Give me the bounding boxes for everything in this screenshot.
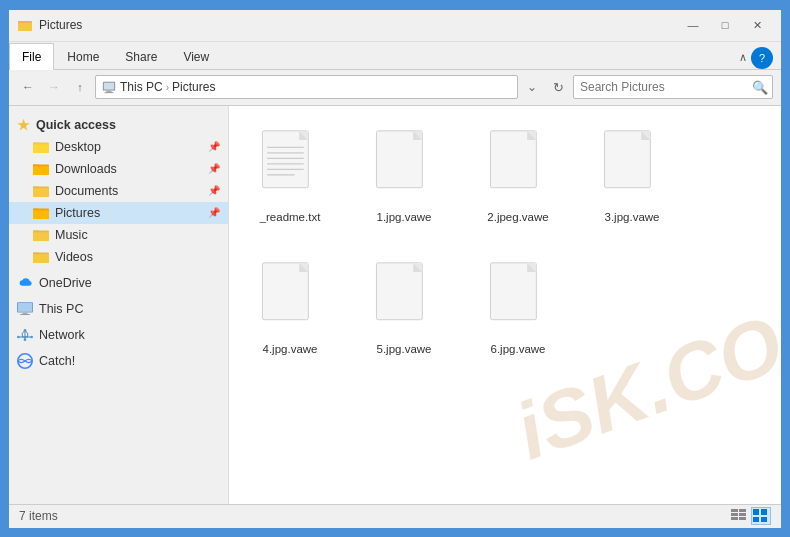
sidebar-item-videos[interactable]: Videos — [9, 246, 228, 268]
svg-rect-4 — [105, 92, 114, 93]
file-icon-6 — [483, 261, 553, 339]
sidebar-item-onedrive[interactable]: OneDrive — [9, 272, 228, 294]
svg-rect-51 — [731, 517, 738, 520]
minimize-button[interactable]: — — [677, 14, 709, 36]
svg-rect-2 — [104, 83, 115, 90]
sidebar-quickaccess-label: Quick access — [36, 118, 116, 132]
file-label-6: 6.jpg.vawe — [491, 343, 546, 355]
sidebar-item-desktop[interactable]: Desktop 📌 — [9, 136, 228, 158]
svg-rect-50 — [731, 513, 738, 516]
sidebar-section-network: Network — [9, 324, 228, 346]
file-item-4[interactable]: 4.jpg.vawe — [245, 254, 335, 362]
file-label-4: 4.jpg.vawe — [263, 343, 318, 355]
svg-rect-56 — [761, 509, 767, 515]
sidebar-desktop-label: Desktop — [55, 140, 101, 154]
tab-file[interactable]: File — [9, 43, 54, 70]
title-controls: — □ ✕ — [677, 14, 773, 36]
folder-music-icon — [33, 227, 49, 243]
search-box: 🔍 — [573, 75, 773, 99]
title-bar: Pictures — □ ✕ — [9, 10, 781, 42]
computer-icon — [102, 80, 116, 94]
file-item-3[interactable]: 3.jpg.vawe — [587, 122, 677, 230]
sidebar-item-network[interactable]: Network — [9, 324, 228, 346]
sidebar-item-catch[interactable]: Catch! — [9, 350, 228, 372]
sidebar-item-pictures[interactable]: Pictures 📌 — [9, 202, 228, 224]
sidebar-downloads-label: Downloads — [55, 162, 117, 176]
sidebar-item-thispc[interactable]: This PC — [9, 298, 228, 320]
svg-rect-14 — [20, 314, 30, 315]
svg-rect-54 — [739, 517, 746, 520]
file-grid: _readme.txt 1.jpg.vawe — [245, 122, 765, 362]
sidebar-section-onedrive: OneDrive — [9, 272, 228, 294]
folder-videos-icon — [33, 249, 49, 265]
path-thispc[interactable]: This PC — [120, 80, 163, 94]
ribbon-collapse-button[interactable]: ∧ — [739, 51, 747, 64]
onedrive-icon — [17, 275, 33, 291]
file-icon-2 — [483, 129, 553, 207]
file-icon-3 — [597, 129, 667, 207]
search-input[interactable] — [574, 80, 748, 94]
svg-rect-53 — [739, 513, 746, 516]
svg-rect-12 — [18, 303, 32, 312]
folder-pictures-icon — [33, 205, 49, 221]
file-area: iSK.COIm — [229, 106, 781, 504]
sidebar-videos-label: Videos — [55, 250, 93, 264]
svg-rect-3 — [106, 91, 111, 93]
file-item-readme[interactable]: _readme.txt — [245, 122, 335, 230]
maximize-button[interactable]: □ — [709, 14, 741, 36]
sidebar-pictures-label: Pictures — [55, 206, 100, 220]
help-button[interactable]: ? — [751, 47, 773, 69]
search-icon[interactable]: 🔍 — [748, 75, 772, 99]
svg-rect-58 — [761, 517, 767, 522]
sidebar-section-thispc: This PC — [9, 298, 228, 320]
file-item-2[interactable]: 2.jpeg.vawe — [473, 122, 563, 230]
svg-rect-13 — [23, 312, 28, 314]
sidebar-catch-label: Catch! — [39, 354, 75, 368]
window-icon — [17, 17, 33, 33]
pin-pictures-icon: 📌 — [208, 207, 220, 218]
svg-rect-55 — [753, 509, 759, 515]
folder-desktop-icon — [33, 139, 49, 155]
forward-button[interactable]: → — [43, 76, 65, 98]
tab-share[interactable]: Share — [112, 43, 170, 70]
sidebar-item-music[interactable]: Music — [9, 224, 228, 246]
catch-icon — [17, 353, 33, 369]
sidebar-item-documents[interactable]: Documents 📌 — [9, 180, 228, 202]
file-item-5[interactable]: 5.jpg.vawe — [359, 254, 449, 362]
file-label-3: 3.jpg.vawe — [605, 211, 660, 223]
sidebar-music-label: Music — [55, 228, 88, 242]
tab-view[interactable]: View — [170, 43, 222, 70]
sidebar-section-catch: Catch! — [9, 350, 228, 372]
sidebar-item-quickaccess[interactable]: ★ Quick access — [9, 114, 228, 136]
pin-downloads-icon: 📌 — [208, 163, 220, 174]
back-button[interactable]: ← — [17, 76, 39, 98]
address-bar: ← → ↑ This PC › Pictures ⌄ ↻ 🔍 — [9, 70, 781, 106]
file-label-5: 5.jpg.vawe — [377, 343, 432, 355]
window-title: Pictures — [39, 18, 677, 32]
folder-downloads-icon — [33, 161, 49, 177]
file-item-6[interactable]: 6.jpg.vawe — [473, 254, 563, 362]
svg-point-19 — [17, 335, 20, 338]
large-icon-view-button[interactable] — [751, 507, 771, 525]
pin-documents-icon: 📌 — [208, 185, 220, 196]
file-icon-5 — [369, 261, 439, 339]
refresh-button[interactable]: ↻ — [547, 76, 569, 98]
file-label-readme: _readme.txt — [260, 211, 321, 223]
sidebar-thispc-label: This PC — [39, 302, 83, 316]
list-view-button[interactable] — [729, 507, 749, 525]
ribbon-tabs: File Home Share View ∧ ? — [9, 42, 781, 70]
address-path[interactable]: This PC › Pictures — [95, 75, 518, 99]
title-bar-icons — [17, 17, 33, 33]
file-item-1[interactable]: 1.jpg.vawe — [359, 122, 449, 230]
path-dropdown-button[interactable]: ⌄ — [521, 76, 543, 98]
up-button[interactable]: ↑ — [69, 76, 91, 98]
sidebar-documents-label: Documents — [55, 184, 118, 198]
tab-home[interactable]: Home — [54, 43, 112, 70]
folder-documents-icon — [33, 183, 49, 199]
sidebar-item-downloads[interactable]: Downloads 📌 — [9, 158, 228, 180]
star-icon: ★ — [17, 117, 30, 133]
svg-rect-57 — [753, 517, 759, 522]
path-pictures[interactable]: Pictures — [172, 80, 215, 94]
close-button[interactable]: ✕ — [741, 14, 773, 36]
view-controls — [729, 507, 771, 525]
